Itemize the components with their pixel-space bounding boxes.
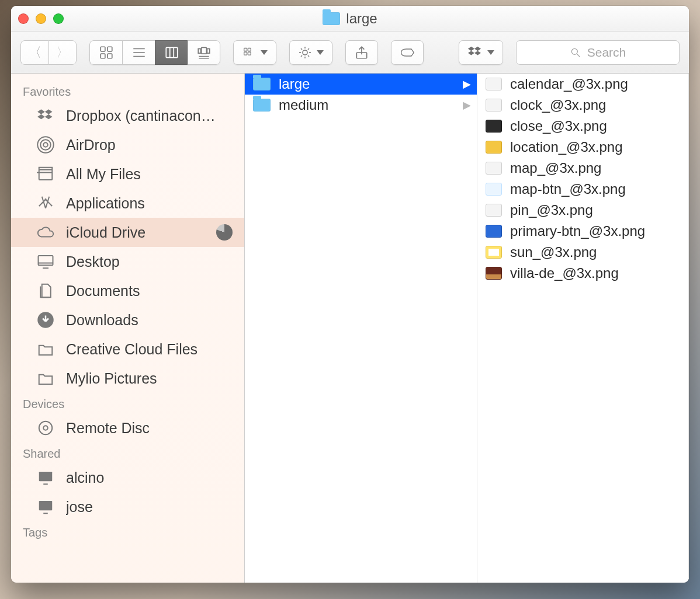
file-name: location_@3x.png (510, 139, 623, 155)
file-thumbnail (486, 246, 502, 259)
sidebar-item-documents[interactable]: Documents (11, 276, 244, 305)
svg-rect-15 (244, 48, 247, 51)
sidebar-item-all-my-files[interactable]: All My Files (11, 159, 244, 189)
file-name: villa-de_@3x.png (510, 265, 619, 281)
sidebar-item-label: Documents (66, 283, 140, 300)
file-name: primary-btn_@3x.png (510, 223, 645, 239)
sidebar-item-jose[interactable]: jose (11, 492, 244, 521)
svg-rect-27 (39, 168, 53, 170)
sidebar-item-remote-disc[interactable]: Remote Disc (11, 413, 244, 443)
all-my-files-icon (36, 164, 56, 184)
file-row[interactable]: location_@3x.png (477, 137, 688, 158)
view-columns-button[interactable] (155, 40, 188, 65)
sidebar: FavoritesDropbox (cantinacon…AirDropAll … (11, 74, 245, 583)
folder-name: large (279, 76, 310, 92)
file-row[interactable]: clock_@3x.png (477, 95, 688, 116)
file-name: clock_@3x.png (510, 97, 606, 113)
nav-buttons: 〈 〉 (20, 40, 77, 65)
sidebar-item-mylio-pictures[interactable]: Mylio Pictures (11, 364, 244, 393)
sidebar-item-label: Mylio Pictures (66, 370, 157, 387)
svg-rect-29 (39, 256, 53, 265)
sidebar-item-alcino[interactable]: alcino (11, 463, 244, 492)
search-input[interactable]: Search (516, 40, 680, 65)
sidebar-item-label: jose (66, 499, 93, 516)
sidebar-section-title: Tags (11, 521, 244, 542)
svg-rect-3 (108, 54, 112, 58)
applications-icon (36, 193, 56, 213)
file-row[interactable]: sun_@3x.png (477, 242, 688, 263)
disc-icon (36, 418, 56, 438)
column-1: large▶medium▶ (245, 74, 477, 583)
svg-rect-37 (39, 501, 53, 510)
chevron-down-icon (317, 50, 324, 55)
monitor-icon (36, 468, 56, 487)
svg-rect-18 (248, 52, 251, 55)
search-placeholder: Search (587, 46, 626, 60)
share-button[interactable] (345, 40, 378, 65)
chevron-down-icon (261, 50, 268, 55)
sidebar-item-desktop[interactable]: Desktop (11, 247, 244, 276)
svg-point-23 (43, 142, 48, 147)
action-button[interactable] (289, 40, 332, 65)
svg-rect-0 (101, 47, 105, 51)
sidebar-item-label: Desktop (66, 253, 120, 270)
search-icon (570, 47, 581, 58)
file-thumbnail (486, 225, 502, 238)
window-minimize-button[interactable] (36, 13, 46, 24)
folder-icon (36, 368, 56, 388)
folder-icon (36, 339, 56, 359)
view-icons-button[interactable] (89, 40, 122, 65)
file-row[interactable]: map-btn_@3x.png (477, 179, 688, 200)
back-button[interactable]: 〈 (20, 40, 48, 65)
toolbar: 〈 〉 (11, 32, 689, 74)
arrange-button[interactable] (233, 40, 276, 65)
sidebar-item-creative-cloud-files[interactable]: Creative Cloud Files (11, 335, 244, 364)
monitor-icon (36, 497, 56, 517)
view-list-button[interactable] (122, 40, 155, 65)
sidebar-item-label: alcino (66, 469, 104, 486)
sidebar-item-dropbox-cantinacon[interactable]: Dropbox (cantinacon… (11, 101, 244, 130)
window-zoom-button[interactable] (53, 13, 64, 24)
file-row[interactable]: calendar_@3x.png (477, 74, 688, 95)
file-thumbnail (486, 183, 502, 196)
sidebar-item-applications[interactable]: Applications (11, 189, 244, 218)
file-row[interactable]: close_@3x.png (477, 116, 688, 137)
svg-rect-16 (248, 48, 251, 51)
icloud-icon (36, 222, 56, 242)
sidebar-item-icloud-drive[interactable]: iCloud Drive (11, 218, 244, 247)
folder-icon (253, 99, 271, 112)
svg-rect-7 (166, 47, 178, 57)
file-row[interactable]: primary-btn_@3x.png (477, 221, 688, 242)
folder-row[interactable]: large▶ (245, 74, 477, 95)
svg-line-22 (577, 54, 580, 57)
sidebar-item-label: Dropbox (cantinacon… (66, 107, 216, 124)
sidebar-item-downloads[interactable]: Downloads (11, 305, 244, 335)
folder-icon (253, 78, 271, 90)
file-thumbnail (486, 78, 502, 90)
sidebar-item-label: AirDrop (66, 137, 116, 154)
file-thumbnail (486, 162, 502, 175)
tags-button[interactable] (391, 40, 424, 65)
chevron-right-icon: ▶ (463, 99, 471, 112)
view-coverflow-button[interactable] (188, 40, 220, 65)
file-row[interactable]: map_@3x.png (477, 158, 688, 179)
file-row[interactable]: pin_@3x.png (477, 200, 688, 221)
file-name: map_@3x.png (510, 160, 601, 176)
svg-rect-26 (39, 170, 53, 180)
view-mode-segment (89, 40, 220, 65)
forward-button[interactable]: 〉 (48, 40, 77, 65)
file-thumbnail (486, 141, 502, 154)
window-close-button[interactable] (18, 13, 29, 24)
file-name: close_@3x.png (510, 118, 607, 134)
documents-icon (36, 281, 56, 301)
titlebar: large (11, 6, 689, 32)
file-name: pin_@3x.png (510, 202, 593, 218)
file-row[interactable]: villa-de_@3x.png (477, 263, 688, 284)
chevron-right-icon: ▶ (463, 78, 471, 90)
folder-name: medium (279, 97, 328, 113)
file-thumbnail (486, 204, 502, 217)
folder-row[interactable]: medium▶ (245, 95, 477, 116)
dropbox-toolbar-button[interactable] (459, 40, 503, 65)
svg-point-24 (40, 140, 51, 150)
sidebar-item-airdrop[interactable]: AirDrop (11, 130, 244, 159)
